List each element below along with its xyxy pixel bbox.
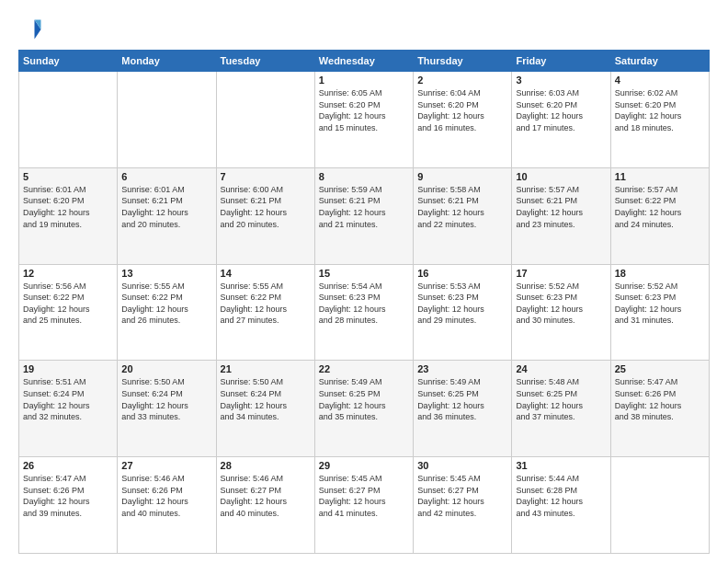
day-number: 29: [319, 460, 409, 471]
day-info: Sunrise: 5:56 AM Sunset: 6:22 PM Dayligh…: [23, 281, 113, 327]
calendar-cell: 9Sunrise: 5:58 AM Sunset: 6:21 PM Daylig…: [414, 167, 512, 264]
calendar-cell: 7Sunrise: 6:00 AM Sunset: 6:21 PM Daylig…: [216, 167, 314, 264]
weekday-header-sunday: Sunday: [19, 51, 118, 72]
day-number: 25: [615, 363, 705, 374]
calendar-cell: [216, 72, 314, 168]
calendar-cell: 28Sunrise: 5:46 AM Sunset: 6:27 PM Dayli…: [216, 457, 314, 554]
calendar-cell: 20Sunrise: 5:50 AM Sunset: 6:24 PM Dayli…: [118, 361, 216, 457]
day-number: 22: [319, 363, 409, 374]
calendar-cell: 19Sunrise: 5:51 AM Sunset: 6:24 PM Dayli…: [19, 361, 118, 457]
day-info: Sunrise: 6:03 AM Sunset: 6:20 PM Dayligh…: [516, 87, 606, 133]
calendar-cell: 22Sunrise: 5:49 AM Sunset: 6:25 PM Dayli…: [314, 361, 413, 457]
calendar-cell: 17Sunrise: 5:52 AM Sunset: 6:23 PM Dayli…: [512, 264, 610, 361]
calendar-cell: 5Sunrise: 6:01 AM Sunset: 6:20 PM Daylig…: [19, 167, 118, 264]
day-info: Sunrise: 5:58 AM Sunset: 6:21 PM Dayligh…: [417, 184, 507, 230]
logo: [18, 17, 48, 42]
calendar-cell: 11Sunrise: 5:57 AM Sunset: 6:22 PM Dayli…: [610, 167, 709, 264]
day-info: Sunrise: 5:45 AM Sunset: 6:27 PM Dayligh…: [417, 473, 507, 519]
calendar-week-row: 12Sunrise: 5:56 AM Sunset: 6:22 PM Dayli…: [19, 264, 710, 361]
day-number: 24: [516, 363, 606, 374]
calendar-cell: [118, 72, 216, 168]
calendar-cell: 29Sunrise: 5:45 AM Sunset: 6:27 PM Dayli…: [314, 457, 413, 554]
day-info: Sunrise: 5:46 AM Sunset: 6:27 PM Dayligh…: [221, 473, 311, 519]
logo-icon: [18, 17, 44, 42]
day-info: Sunrise: 5:53 AM Sunset: 6:23 PM Dayligh…: [417, 281, 507, 327]
day-info: Sunrise: 5:52 AM Sunset: 6:23 PM Dayligh…: [615, 281, 705, 327]
day-info: Sunrise: 5:47 AM Sunset: 6:26 PM Dayligh…: [23, 473, 113, 519]
day-number: 15: [319, 268, 409, 279]
day-number: 4: [615, 75, 705, 86]
day-info: Sunrise: 6:01 AM Sunset: 6:21 PM Dayligh…: [121, 184, 211, 230]
day-number: 7: [221, 171, 311, 182]
day-info: Sunrise: 6:04 AM Sunset: 6:20 PM Dayligh…: [417, 87, 507, 133]
day-info: Sunrise: 5:55 AM Sunset: 6:22 PM Dayligh…: [121, 281, 211, 327]
calendar-cell: 25Sunrise: 5:47 AM Sunset: 6:26 PM Dayli…: [610, 361, 709, 457]
day-number: 9: [417, 171, 507, 182]
day-info: Sunrise: 5:50 AM Sunset: 6:24 PM Dayligh…: [221, 376, 311, 422]
calendar-cell: [19, 72, 118, 168]
calendar-cell: 6Sunrise: 6:01 AM Sunset: 6:21 PM Daylig…: [118, 167, 216, 264]
day-number: 16: [417, 268, 507, 279]
day-info: Sunrise: 5:57 AM Sunset: 6:21 PM Dayligh…: [516, 184, 606, 230]
day-number: 1: [319, 75, 409, 86]
day-info: Sunrise: 5:55 AM Sunset: 6:22 PM Dayligh…: [221, 281, 311, 327]
calendar-week-row: 5Sunrise: 6:01 AM Sunset: 6:20 PM Daylig…: [19, 167, 710, 264]
header: [18, 17, 710, 42]
day-info: Sunrise: 5:49 AM Sunset: 6:25 PM Dayligh…: [417, 376, 507, 422]
calendar-cell: 15Sunrise: 5:54 AM Sunset: 6:23 PM Dayli…: [314, 264, 413, 361]
calendar-cell: 3Sunrise: 6:03 AM Sunset: 6:20 PM Daylig…: [512, 72, 610, 168]
day-info: Sunrise: 5:59 AM Sunset: 6:21 PM Dayligh…: [319, 184, 409, 230]
day-number: 8: [319, 171, 409, 182]
day-number: 13: [121, 268, 211, 279]
day-number: 10: [516, 171, 606, 182]
calendar-week-row: 19Sunrise: 5:51 AM Sunset: 6:24 PM Dayli…: [19, 361, 710, 457]
day-info: Sunrise: 5:44 AM Sunset: 6:28 PM Dayligh…: [516, 473, 606, 519]
day-info: Sunrise: 5:48 AM Sunset: 6:25 PM Dayligh…: [516, 376, 606, 422]
calendar-cell: 4Sunrise: 6:02 AM Sunset: 6:20 PM Daylig…: [610, 72, 709, 168]
calendar-cell: 18Sunrise: 5:52 AM Sunset: 6:23 PM Dayli…: [610, 264, 709, 361]
day-number: 2: [417, 75, 507, 86]
day-number: 6: [121, 171, 211, 182]
day-info: Sunrise: 5:52 AM Sunset: 6:23 PM Dayligh…: [516, 281, 606, 327]
calendar-cell: 24Sunrise: 5:48 AM Sunset: 6:25 PM Dayli…: [512, 361, 610, 457]
day-info: Sunrise: 6:02 AM Sunset: 6:20 PM Dayligh…: [615, 87, 705, 133]
day-number: 30: [417, 460, 507, 471]
day-number: 3: [516, 75, 606, 86]
calendar-cell: 12Sunrise: 5:56 AM Sunset: 6:22 PM Dayli…: [19, 264, 118, 361]
calendar-cell: 14Sunrise: 5:55 AM Sunset: 6:22 PM Dayli…: [216, 264, 314, 361]
day-number: 17: [516, 268, 606, 279]
day-info: Sunrise: 5:54 AM Sunset: 6:23 PM Dayligh…: [319, 281, 409, 327]
calendar-cell: 27Sunrise: 5:46 AM Sunset: 6:26 PM Dayli…: [118, 457, 216, 554]
day-number: 18: [615, 268, 705, 279]
day-info: Sunrise: 6:01 AM Sunset: 6:20 PM Dayligh…: [23, 184, 113, 230]
calendar-cell: 10Sunrise: 5:57 AM Sunset: 6:21 PM Dayli…: [512, 167, 610, 264]
day-info: Sunrise: 6:05 AM Sunset: 6:20 PM Dayligh…: [319, 87, 409, 133]
day-info: Sunrise: 5:47 AM Sunset: 6:26 PM Dayligh…: [615, 376, 705, 422]
day-number: 23: [417, 363, 507, 374]
day-number: 20: [121, 363, 211, 374]
calendar-cell: 21Sunrise: 5:50 AM Sunset: 6:24 PM Dayli…: [216, 361, 314, 457]
day-info: Sunrise: 5:57 AM Sunset: 6:22 PM Dayligh…: [615, 184, 705, 230]
calendar-cell: 2Sunrise: 6:04 AM Sunset: 6:20 PM Daylig…: [414, 72, 512, 168]
day-number: 12: [23, 268, 113, 279]
calendar-cell: 16Sunrise: 5:53 AM Sunset: 6:23 PM Dayli…: [414, 264, 512, 361]
day-number: 27: [121, 460, 211, 471]
day-number: 19: [23, 363, 113, 374]
calendar-cell: 1Sunrise: 6:05 AM Sunset: 6:20 PM Daylig…: [314, 72, 413, 168]
day-number: 11: [615, 171, 705, 182]
calendar-cell: [610, 457, 709, 554]
day-info: Sunrise: 5:46 AM Sunset: 6:26 PM Dayligh…: [121, 473, 211, 519]
day-number: 31: [516, 460, 606, 471]
calendar-cell: 26Sunrise: 5:47 AM Sunset: 6:26 PM Dayli…: [19, 457, 118, 554]
day-info: Sunrise: 5:50 AM Sunset: 6:24 PM Dayligh…: [121, 376, 211, 422]
calendar-cell: 13Sunrise: 5:55 AM Sunset: 6:22 PM Dayli…: [118, 264, 216, 361]
calendar-table: SundayMondayTuesdayWednesdayThursdayFrid…: [18, 50, 710, 554]
day-info: Sunrise: 6:00 AM Sunset: 6:21 PM Dayligh…: [221, 184, 311, 230]
day-number: 28: [221, 460, 311, 471]
day-number: 14: [221, 268, 311, 279]
day-number: 21: [221, 363, 311, 374]
calendar-cell: 8Sunrise: 5:59 AM Sunset: 6:21 PM Daylig…: [314, 167, 413, 264]
weekday-header-tuesday: Tuesday: [216, 51, 314, 72]
calendar-cell: 23Sunrise: 5:49 AM Sunset: 6:25 PM Dayli…: [414, 361, 512, 457]
weekday-header-saturday: Saturday: [610, 51, 709, 72]
